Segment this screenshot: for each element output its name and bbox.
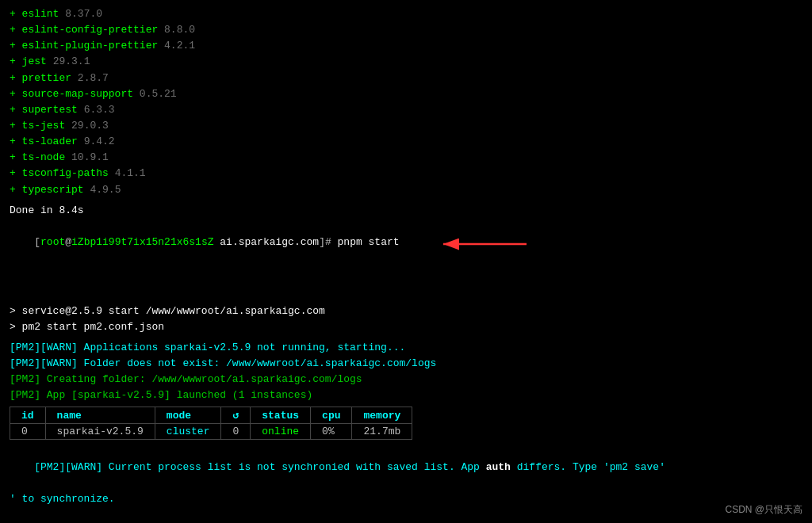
cell-mode: cluster (155, 424, 221, 440)
col-status: status (251, 407, 311, 424)
pkg-line-tsconfig: + tsconfig-paths 4.1.1 (10, 166, 802, 181)
cell-name: sparkai-v2.5.9 (45, 424, 155, 440)
pm2-info-2: [PM2] App [sparkai-v2.5.9] launched (1 i… (10, 387, 802, 403)
done-line: Done in 8.4s (10, 203, 802, 219)
pm2-process-table: id name mode ↺ status cpu memory 0 spark… (10, 407, 412, 440)
pkg-line-typescript: + typescript 4.9.5 (10, 182, 802, 198)
cell-id: 0 (10, 424, 46, 440)
col-id: id (10, 407, 46, 424)
cell-status: online (251, 424, 311, 440)
pm2-warn-2: [PM2][WARN] Folder does not exist: /www/… (10, 356, 802, 372)
arrow-icon (435, 233, 530, 255)
pkg-line-supertest: + supertest 6.3.3 (10, 102, 802, 118)
table-header-row: id name mode ↺ status cpu memory (10, 407, 412, 424)
pkg-line-eslint-config: + eslint-config-prettier 8.8.0 (10, 22, 802, 38)
pkg-line-ts-node: + ts-node 10.9.1 (10, 150, 802, 166)
cell-cpu: 0% (311, 424, 352, 440)
pkg-line-ts-jest: + ts-jest 29.0.3 (10, 118, 802, 134)
service-line-2: > pm2 start pm2.conf.json (10, 319, 802, 335)
pm2-info-1: [PM2] Creating folder: /www/wwwroot/ai.s… (10, 372, 802, 387)
service-line-1: > service@2.5.9 start /www/wwwroot/ai.sp… (10, 303, 802, 319)
pkg-line-prettier: + prettier 2.8.7 (10, 71, 802, 86)
cell-memory: 21.7mb (352, 424, 412, 440)
col-memory: memory (352, 407, 412, 424)
col-cpu: cpu (311, 407, 352, 424)
col-mode: mode (155, 407, 221, 424)
pkg-line-source-map: + source-map-support 0.5.21 (10, 86, 802, 102)
table-row: 0 sparkai-v2.5.9 cluster 0 online 0% 21.… (10, 424, 412, 440)
prompt-line-2: [root@iZbp1i99t7ix15n21x6s1sZ ai.sparkai… (10, 507, 802, 523)
pkg-line-eslint: + eslint 8.37.0 (10, 6, 802, 22)
pm2-table-container: id name mode ↺ status cpu memory 0 spark… (10, 407, 802, 440)
pkg-line-eslint-plugin: + eslint-plugin-prettier 4.2.1 (10, 38, 802, 54)
terminal: + eslint 8.37.0 + eslint-config-prettier… (0, 0, 812, 523)
pkg-line-ts-loader: + ts-loader 9.4.2 (10, 134, 802, 150)
cell-restart: 0 (221, 424, 251, 440)
pm2-warn-sync: [PM2][WARN] Current process list is not … (10, 443, 802, 491)
pm2-warn-1: [PM2][WARN] Applications sparkai-v2.5.9 … (10, 340, 802, 356)
watermark: CSDN @只恨天高 (725, 503, 802, 517)
prompt-line-1: [root@iZbp1i99t7ix15n21x6s1sZ ai.sparkai… (10, 219, 802, 299)
pm2-warn-sync-2: ' to synchronize. (10, 491, 802, 507)
col-name: name (45, 407, 155, 424)
pkg-line-jest: + jest 29.3.1 (10, 54, 802, 70)
col-restart: ↺ (221, 407, 251, 424)
